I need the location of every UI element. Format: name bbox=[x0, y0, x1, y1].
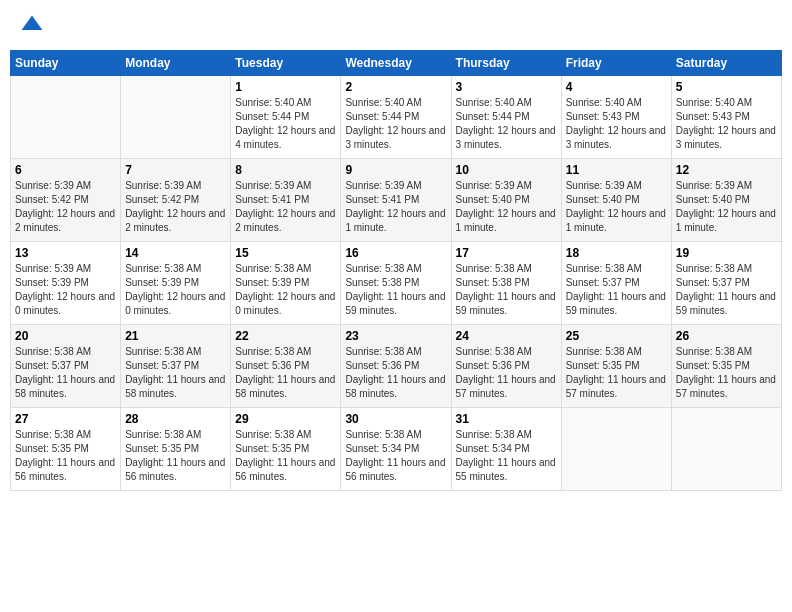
day-number: 20 bbox=[15, 329, 116, 343]
day-number: 31 bbox=[456, 412, 557, 426]
calendar-cell: 11Sunrise: 5:39 AM Sunset: 5:40 PM Dayli… bbox=[561, 159, 671, 242]
calendar-cell: 26Sunrise: 5:38 AM Sunset: 5:35 PM Dayli… bbox=[671, 325, 781, 408]
calendar-cell: 1Sunrise: 5:40 AM Sunset: 5:44 PM Daylig… bbox=[231, 76, 341, 159]
day-info: Sunrise: 5:38 AM Sunset: 5:37 PM Dayligh… bbox=[566, 262, 667, 318]
day-info: Sunrise: 5:39 AM Sunset: 5:39 PM Dayligh… bbox=[15, 262, 116, 318]
day-number: 25 bbox=[566, 329, 667, 343]
day-info: Sunrise: 5:39 AM Sunset: 5:41 PM Dayligh… bbox=[345, 179, 446, 235]
day-info: Sunrise: 5:40 AM Sunset: 5:43 PM Dayligh… bbox=[566, 96, 667, 152]
day-info: Sunrise: 5:38 AM Sunset: 5:37 PM Dayligh… bbox=[125, 345, 226, 401]
calendar-cell: 17Sunrise: 5:38 AM Sunset: 5:38 PM Dayli… bbox=[451, 242, 561, 325]
day-number: 2 bbox=[345, 80, 446, 94]
day-number: 19 bbox=[676, 246, 777, 260]
day-info: Sunrise: 5:38 AM Sunset: 5:37 PM Dayligh… bbox=[15, 345, 116, 401]
day-number: 27 bbox=[15, 412, 116, 426]
calendar-cell: 9Sunrise: 5:39 AM Sunset: 5:41 PM Daylig… bbox=[341, 159, 451, 242]
day-info: Sunrise: 5:38 AM Sunset: 5:38 PM Dayligh… bbox=[345, 262, 446, 318]
calendar-cell: 6Sunrise: 5:39 AM Sunset: 5:42 PM Daylig… bbox=[11, 159, 121, 242]
calendar-cell: 12Sunrise: 5:39 AM Sunset: 5:40 PM Dayli… bbox=[671, 159, 781, 242]
day-info: Sunrise: 5:39 AM Sunset: 5:40 PM Dayligh… bbox=[566, 179, 667, 235]
day-info: Sunrise: 5:38 AM Sunset: 5:36 PM Dayligh… bbox=[235, 345, 336, 401]
calendar-cell: 18Sunrise: 5:38 AM Sunset: 5:37 PM Dayli… bbox=[561, 242, 671, 325]
day-info: Sunrise: 5:38 AM Sunset: 5:39 PM Dayligh… bbox=[125, 262, 226, 318]
day-info: Sunrise: 5:39 AM Sunset: 5:42 PM Dayligh… bbox=[125, 179, 226, 235]
day-number: 14 bbox=[125, 246, 226, 260]
weekday-header-sunday: Sunday bbox=[11, 51, 121, 76]
weekday-header-monday: Monday bbox=[121, 51, 231, 76]
day-number: 8 bbox=[235, 163, 336, 177]
day-number: 30 bbox=[345, 412, 446, 426]
calendar-cell bbox=[121, 76, 231, 159]
day-number: 7 bbox=[125, 163, 226, 177]
day-number: 3 bbox=[456, 80, 557, 94]
day-number: 28 bbox=[125, 412, 226, 426]
day-info: Sunrise: 5:38 AM Sunset: 5:39 PM Dayligh… bbox=[235, 262, 336, 318]
weekday-header-row: SundayMondayTuesdayWednesdayThursdayFrid… bbox=[11, 51, 782, 76]
day-number: 9 bbox=[345, 163, 446, 177]
calendar-week-3: 13Sunrise: 5:39 AM Sunset: 5:39 PM Dayli… bbox=[11, 242, 782, 325]
day-info: Sunrise: 5:38 AM Sunset: 5:38 PM Dayligh… bbox=[456, 262, 557, 318]
calendar-cell: 20Sunrise: 5:38 AM Sunset: 5:37 PM Dayli… bbox=[11, 325, 121, 408]
calendar-cell: 24Sunrise: 5:38 AM Sunset: 5:36 PM Dayli… bbox=[451, 325, 561, 408]
day-info: Sunrise: 5:38 AM Sunset: 5:35 PM Dayligh… bbox=[15, 428, 116, 484]
calendar-cell: 10Sunrise: 5:39 AM Sunset: 5:40 PM Dayli… bbox=[451, 159, 561, 242]
weekday-header-friday: Friday bbox=[561, 51, 671, 76]
day-number: 17 bbox=[456, 246, 557, 260]
logo bbox=[18, 14, 44, 38]
day-info: Sunrise: 5:38 AM Sunset: 5:35 PM Dayligh… bbox=[566, 345, 667, 401]
calendar-table: SundayMondayTuesdayWednesdayThursdayFrid… bbox=[10, 50, 782, 491]
weekday-header-thursday: Thursday bbox=[451, 51, 561, 76]
calendar-cell: 14Sunrise: 5:38 AM Sunset: 5:39 PM Dayli… bbox=[121, 242, 231, 325]
calendar-cell: 3Sunrise: 5:40 AM Sunset: 5:44 PM Daylig… bbox=[451, 76, 561, 159]
day-info: Sunrise: 5:38 AM Sunset: 5:36 PM Dayligh… bbox=[345, 345, 446, 401]
calendar-cell: 4Sunrise: 5:40 AM Sunset: 5:43 PM Daylig… bbox=[561, 76, 671, 159]
day-number: 13 bbox=[15, 246, 116, 260]
calendar-cell: 22Sunrise: 5:38 AM Sunset: 5:36 PM Dayli… bbox=[231, 325, 341, 408]
day-number: 29 bbox=[235, 412, 336, 426]
day-info: Sunrise: 5:38 AM Sunset: 5:34 PM Dayligh… bbox=[345, 428, 446, 484]
calendar-cell: 13Sunrise: 5:39 AM Sunset: 5:39 PM Dayli… bbox=[11, 242, 121, 325]
day-number: 16 bbox=[345, 246, 446, 260]
weekday-header-wednesday: Wednesday bbox=[341, 51, 451, 76]
calendar-week-4: 20Sunrise: 5:38 AM Sunset: 5:37 PM Dayli… bbox=[11, 325, 782, 408]
calendar-week-5: 27Sunrise: 5:38 AM Sunset: 5:35 PM Dayli… bbox=[11, 408, 782, 491]
logo-icon bbox=[20, 14, 44, 38]
calendar-cell: 21Sunrise: 5:38 AM Sunset: 5:37 PM Dayli… bbox=[121, 325, 231, 408]
page-header bbox=[10, 10, 782, 42]
calendar-cell bbox=[561, 408, 671, 491]
calendar-cell: 28Sunrise: 5:38 AM Sunset: 5:35 PM Dayli… bbox=[121, 408, 231, 491]
day-info: Sunrise: 5:38 AM Sunset: 5:34 PM Dayligh… bbox=[456, 428, 557, 484]
day-number: 21 bbox=[125, 329, 226, 343]
day-number: 23 bbox=[345, 329, 446, 343]
calendar-week-1: 1Sunrise: 5:40 AM Sunset: 5:44 PM Daylig… bbox=[11, 76, 782, 159]
calendar-cell: 15Sunrise: 5:38 AM Sunset: 5:39 PM Dayli… bbox=[231, 242, 341, 325]
calendar-cell bbox=[11, 76, 121, 159]
day-info: Sunrise: 5:39 AM Sunset: 5:42 PM Dayligh… bbox=[15, 179, 116, 235]
day-number: 1 bbox=[235, 80, 336, 94]
calendar-cell: 19Sunrise: 5:38 AM Sunset: 5:37 PM Dayli… bbox=[671, 242, 781, 325]
calendar-cell: 7Sunrise: 5:39 AM Sunset: 5:42 PM Daylig… bbox=[121, 159, 231, 242]
calendar-cell: 30Sunrise: 5:38 AM Sunset: 5:34 PM Dayli… bbox=[341, 408, 451, 491]
day-number: 18 bbox=[566, 246, 667, 260]
day-number: 12 bbox=[676, 163, 777, 177]
day-info: Sunrise: 5:38 AM Sunset: 5:37 PM Dayligh… bbox=[676, 262, 777, 318]
day-info: Sunrise: 5:39 AM Sunset: 5:40 PM Dayligh… bbox=[676, 179, 777, 235]
day-info: Sunrise: 5:40 AM Sunset: 5:44 PM Dayligh… bbox=[345, 96, 446, 152]
day-info: Sunrise: 5:38 AM Sunset: 5:35 PM Dayligh… bbox=[125, 428, 226, 484]
day-number: 4 bbox=[566, 80, 667, 94]
day-number: 11 bbox=[566, 163, 667, 177]
calendar-cell: 31Sunrise: 5:38 AM Sunset: 5:34 PM Dayli… bbox=[451, 408, 561, 491]
day-number: 22 bbox=[235, 329, 336, 343]
day-number: 5 bbox=[676, 80, 777, 94]
day-info: Sunrise: 5:40 AM Sunset: 5:44 PM Dayligh… bbox=[456, 96, 557, 152]
day-number: 15 bbox=[235, 246, 336, 260]
calendar-cell: 16Sunrise: 5:38 AM Sunset: 5:38 PM Dayli… bbox=[341, 242, 451, 325]
calendar-cell: 23Sunrise: 5:38 AM Sunset: 5:36 PM Dayli… bbox=[341, 325, 451, 408]
day-info: Sunrise: 5:39 AM Sunset: 5:41 PM Dayligh… bbox=[235, 179, 336, 235]
day-info: Sunrise: 5:40 AM Sunset: 5:43 PM Dayligh… bbox=[676, 96, 777, 152]
day-info: Sunrise: 5:39 AM Sunset: 5:40 PM Dayligh… bbox=[456, 179, 557, 235]
svg-marker-0 bbox=[22, 16, 43, 30]
day-info: Sunrise: 5:40 AM Sunset: 5:44 PM Dayligh… bbox=[235, 96, 336, 152]
calendar-cell: 2Sunrise: 5:40 AM Sunset: 5:44 PM Daylig… bbox=[341, 76, 451, 159]
day-info: Sunrise: 5:38 AM Sunset: 5:35 PM Dayligh… bbox=[676, 345, 777, 401]
